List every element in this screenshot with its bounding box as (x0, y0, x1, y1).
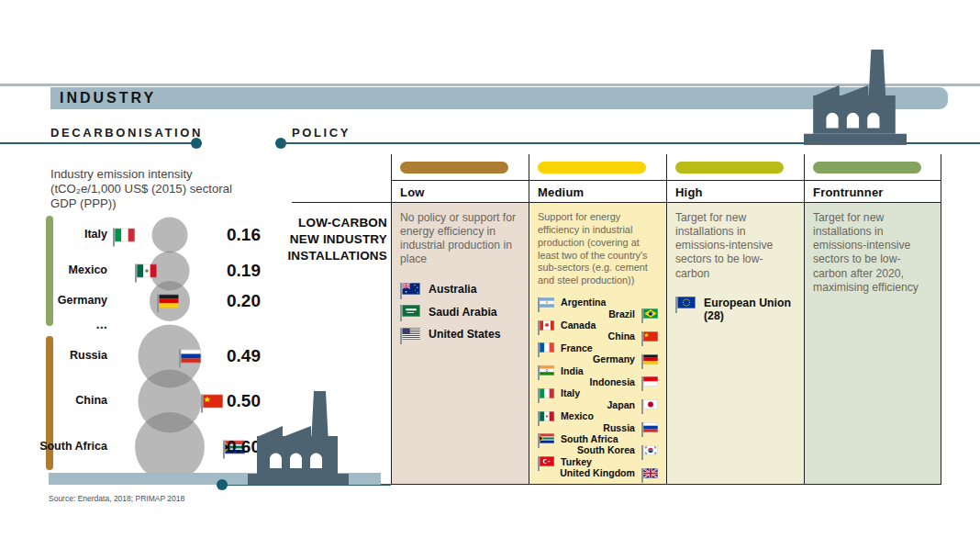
country-item: South Africa (538, 433, 658, 444)
country-name: United States (429, 328, 501, 342)
bottom-dot (217, 479, 228, 490)
au-flag-icon (400, 283, 420, 295)
country-item: European Union (28) (675, 297, 796, 323)
country-list: European Union (28) (675, 297, 796, 323)
policy-description: Target for new installations in emission… (813, 211, 932, 295)
country-list: AustraliaSaudi ArabiaUnited States (400, 283, 520, 342)
country-name: South Africa (561, 433, 618, 444)
de-flag-icon (157, 295, 179, 308)
policy-level-bar (813, 162, 921, 174)
country-item: Russia (538, 421, 658, 432)
policy-level-label: Frontrunner (804, 180, 941, 203)
chart-title: Industry emission intensity (tCO₂e/1,000… (50, 167, 232, 211)
country-name: France (561, 342, 593, 353)
country-name: United Kingdom (560, 467, 635, 478)
za-flag-icon (538, 433, 554, 443)
country-name: South Korea (577, 444, 635, 455)
tr-flag-icon (538, 456, 554, 466)
country-name: Mexico (561, 410, 594, 421)
eu-flag-icon (675, 297, 696, 308)
policy-bar-cell (391, 154, 529, 180)
policy-level-label: Low (391, 180, 529, 203)
it-flag-icon (538, 388, 554, 398)
country-name: Russia (603, 422, 635, 433)
source-text: Source: Enerdata, 2018; PRIMAP 2018 (49, 494, 184, 503)
country-item: Brazil (538, 308, 658, 319)
industry-policy-infographic: INDUSTRY DECARBONISATION POLICY Industry… (0, 0, 980, 549)
cn-flag-icon (641, 331, 658, 342)
country-item: Italy (538, 387, 658, 398)
policy-description: No policy or support for energy efficien… (400, 211, 520, 267)
country-name: Australia (429, 283, 477, 297)
country-name: Italy (561, 387, 580, 398)
emission-value: 0.49 (227, 346, 261, 366)
country-name: China (608, 331, 635, 342)
country-name: India (561, 365, 584, 376)
in-flag-icon (538, 365, 554, 375)
chart-country-label: Russia (34, 350, 107, 363)
decarbonisation-dot (191, 138, 202, 149)
country-item: Argentina (538, 297, 658, 308)
br-flag-icon (641, 308, 658, 319)
country-item: Turkey (538, 456, 658, 467)
jp-flag-icon (641, 399, 658, 409)
emission-value: 0.16 (227, 225, 261, 245)
sa-flag-icon (400, 305, 420, 317)
chart-country-label: Italy (34, 229, 107, 241)
country-name: Saudi Arabia (429, 305, 497, 319)
country-name: European Union (28) (704, 297, 794, 323)
country-item: Saudi Arabia (400, 305, 520, 319)
country-name: Turkey (561, 456, 592, 467)
policy-description: Support for energy efficiency in industr… (538, 211, 658, 287)
policy-bar-cell (529, 154, 666, 180)
mx-flag-icon (538, 411, 554, 421)
policy-description: Target for new installations in emission… (675, 211, 796, 281)
country-item: India (538, 364, 658, 375)
policy-bar-cell (804, 154, 941, 180)
ru-flag-icon (179, 350, 201, 364)
country-name: Argentina (561, 297, 606, 308)
de-flag-icon (641, 354, 658, 364)
mx-flag-icon (135, 264, 157, 278)
country-item: Australia (400, 283, 520, 297)
country-item: Japan (538, 399, 658, 410)
us-flag-icon (400, 328, 420, 340)
policy-cell-medium: Support for energy efficiency in industr… (529, 203, 666, 485)
country-list: ArgentinaBrazilCanadaChinaFranceGermanyI… (538, 297, 658, 478)
policy-cell-low: No policy or support for energy efficien… (391, 203, 529, 485)
country-name: Japan (607, 399, 635, 410)
country-item: United States (400, 328, 520, 342)
decarbonisation-underline (0, 142, 196, 144)
chart-country-label: China (34, 395, 107, 408)
ru-flag-icon (641, 422, 658, 432)
country-name: Indonesia (590, 376, 635, 387)
policy-cell-high: Target for new installations in emission… (666, 203, 804, 485)
kr-flag-icon (641, 445, 658, 455)
country-item: China (538, 331, 658, 342)
cn-flag-icon (201, 395, 223, 409)
page-title: INDUSTRY (50, 90, 156, 106)
decarbonisation-section-label: DECARBONISATION (50, 126, 203, 140)
country-item: Canada (538, 319, 658, 331)
country-item: Mexico (538, 410, 658, 421)
ca-flag-icon (538, 320, 554, 331)
ar-flag-icon (538, 297, 554, 308)
country-item: Indonesia (538, 376, 658, 387)
policy-cell-frontrunner: Target for new installations in emission… (804, 203, 941, 485)
chart-ellipsis: ... (95, 316, 107, 331)
factory-icon (804, 50, 907, 145)
chart-country-label: Mexico (34, 264, 107, 277)
emission-value: 0.20 (227, 291, 261, 311)
policy-level-bar (538, 162, 646, 174)
emission-bubble (135, 412, 205, 482)
it-flag-icon (113, 229, 135, 242)
policy-row-label: LOW-CARBON NEW INDUSTRY INSTALLATIONS (275, 215, 387, 264)
chart-country-label: South Africa (34, 441, 107, 454)
emission-bubble (152, 218, 188, 253)
policy-section-label: POLICY (292, 126, 351, 140)
policy-level-label: Medium (529, 180, 666, 203)
policy-level-bar (400, 162, 508, 174)
gb-flag-icon (641, 468, 658, 478)
fr-flag-icon (538, 342, 554, 353)
country-item: South Korea (538, 444, 658, 455)
